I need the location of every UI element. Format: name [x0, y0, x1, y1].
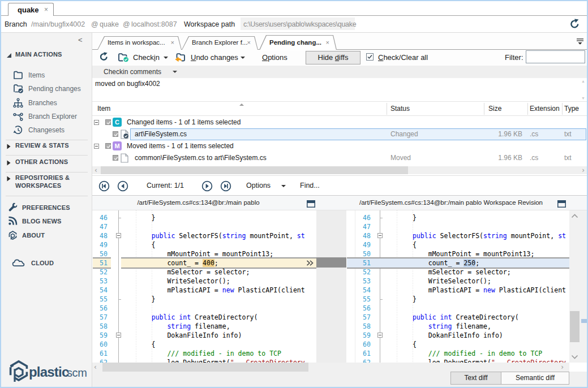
group-checkbox[interactable] [105, 119, 111, 125]
diff-options-dropdown-icon[interactable] [281, 185, 286, 187]
file-row[interactable]: common\FileSystem.cs to art\FileSystem.c… [92, 152, 587, 164]
semantic-diff-button[interactable]: Semantic diff [501, 372, 569, 385]
sidebar-section-other-actions[interactable]: OTHER ACTIONS [15, 158, 68, 165]
section-collapsed-icon[interactable] [6, 144, 12, 149]
maximize-pane-icon[interactable] [307, 200, 315, 208]
column-separator[interactable] [562, 103, 563, 115]
scrollbar-thumb[interactable] [101, 166, 408, 174]
scroll-left-icon[interactable]: ‹ [94, 363, 97, 371]
close-icon[interactable]: × [247, 39, 251, 46]
column-separator[interactable] [484, 103, 484, 115]
sidebar-item-items[interactable]: Items [28, 71, 45, 79]
refresh-icon[interactable] [99, 52, 109, 62]
refresh-icon[interactable] [569, 19, 580, 29]
file-row[interactable]: art\FileSystem.csChanged1.96 KB.cstxt [92, 128, 587, 140]
sidebar-section-repositories-workspaces[interactable]: REPOSITORIES &WORKSPACES [15, 174, 70, 189]
close-icon[interactable]: × [171, 39, 174, 46]
wrench-icon [8, 202, 18, 212]
line-number: 47 [346, 223, 371, 231]
close-icon[interactable]: × [44, 6, 48, 13]
close-icon[interactable]: × [326, 39, 329, 46]
fold-collapse-icon[interactable] [377, 333, 383, 338]
line-number: 58 [92, 322, 108, 330]
collapse-group-icon[interactable] [94, 144, 99, 149]
column-size[interactable]: Size [488, 105, 501, 113]
sidebar-item-blog-news[interactable]: BLOG NEWS [22, 218, 62, 225]
line-number: 50 [346, 250, 371, 258]
scroll-up-icon[interactable]: ▲ [581, 79, 585, 83]
item-checkbox[interactable] [113, 155, 118, 161]
scroll-down-icon[interactable]: ▼ [581, 96, 585, 100]
vertical-scrollbar[interactable] [569, 210, 587, 363]
column-type[interactable]: Type [564, 105, 579, 113]
group-row[interactable]: MMoved items - 1 of 1 items selected [92, 140, 587, 152]
fold-collapse-icon[interactable] [116, 333, 121, 338]
code-line: mSelector = selector; [381, 268, 510, 276]
sidebar-item-branches[interactable]: Branches [28, 99, 57, 107]
group-row[interactable]: CChanged items - 1 of 1 items selected [92, 117, 587, 128]
go-next-icon[interactable] [201, 180, 213, 192]
comment-textarea[interactable]: moved on bugfix4002 ▲ ▼ [92, 78, 587, 102]
options-button[interactable]: Options [262, 53, 287, 62]
column-item[interactable]: Item [97, 105, 110, 113]
scroll-down-icon[interactable] [571, 355, 578, 359]
column-separator[interactable] [387, 103, 387, 115]
sidebar-item-preferences[interactable]: PREFERENCES [22, 204, 70, 211]
document-tab-3[interactable]: Pending chang...× [259, 35, 337, 50]
go-first-icon[interactable] [98, 180, 110, 192]
document-tab-2[interactable]: Branch Explorer f...× [182, 36, 258, 50]
source-code-pane-right[interactable]: 46 }4748 public SelectorFS(string mountP… [346, 210, 569, 363]
fold-collapse-icon[interactable] [116, 233, 121, 238]
sidebar-item-branch-explorer[interactable]: Branch Explorer [28, 113, 77, 120]
check-clear-all-label[interactable]: Check/Clear all [378, 53, 428, 62]
item-name[interactable]: art\FileSystem.cs [135, 130, 187, 138]
scroll-left-icon[interactable]: ‹ [95, 166, 97, 174]
column-status[interactable]: Status [390, 105, 410, 113]
section-expanded-icon[interactable] [6, 53, 12, 58]
sidebar-collapse-icon[interactable]: < [78, 36, 88, 45]
comments-dropdown-icon[interactable] [173, 71, 177, 73]
item-name[interactable]: common\FileSystem.cs to art\FileSystem.c… [135, 154, 267, 162]
section-collapsed-icon[interactable] [6, 160, 12, 166]
go-last-icon[interactable] [220, 180, 231, 192]
scroll-up-icon[interactable] [571, 214, 578, 218]
hide-diffs-button[interactable]: Hide diffs [306, 51, 360, 64]
table-horizontal-scrollbar[interactable]: ‹ › [92, 166, 587, 174]
maximize-pane-icon[interactable] [557, 200, 566, 208]
check-clear-all-checkbox[interactable] [366, 53, 374, 61]
fold-collapse-icon[interactable] [377, 233, 383, 238]
section-collapsed-icon[interactable] [6, 176, 12, 182]
scroll-right-icon[interactable]: › [561, 363, 564, 371]
checkin-button[interactable]: Checkin [133, 53, 160, 62]
document-tab-1[interactable]: Items in workspac...× [97, 36, 182, 50]
sidebar-item-cloud[interactable]: CLOUD [31, 260, 54, 266]
sidebar-item-changesets[interactable]: Changesets [28, 126, 65, 134]
undo-changes-button[interactable]: Undo changes [191, 53, 238, 62]
checkin-dropdown-icon[interactable] [164, 57, 168, 59]
column-extension[interactable]: Extension [530, 105, 560, 113]
item-checkbox[interactable] [113, 131, 118, 137]
sidebar-section-review-stats[interactable]: REVIEW & STATS [15, 142, 69, 149]
column-separator[interactable] [527, 103, 528, 115]
sidebar-item-about[interactable]: ABOUT [22, 232, 45, 239]
checkin-icon[interactable] [118, 52, 130, 63]
sidebar-section-main-actions[interactable]: MAIN ACTIONS [15, 51, 62, 58]
filter-input[interactable] [526, 50, 585, 63]
undo-dropdown-icon[interactable] [241, 57, 245, 59]
tab-list-icon[interactable] [576, 38, 584, 45]
text-diff-button[interactable]: Text diff [450, 372, 501, 385]
find-button[interactable]: Find... [300, 182, 320, 189]
sidebar-item-pending-changes[interactable]: Pending changes [28, 85, 81, 93]
undo-icon[interactable] [174, 52, 186, 63]
scroll-right-icon[interactable]: › [582, 166, 585, 174]
folder-icon [13, 70, 23, 80]
line-number: 51 [92, 259, 108, 267]
workspace-tab-quake[interactable]: quake × [8, 3, 54, 16]
diff-options-button[interactable]: Options [246, 182, 271, 189]
scrollbar-thumb[interactable] [570, 311, 580, 342]
collapse-group-icon[interactable] [94, 120, 99, 125]
group-checkbox[interactable] [105, 143, 111, 149]
go-previous-icon[interactable] [117, 180, 128, 192]
source-code-pane-left[interactable]: 46 }4748 public SelectorFS(string mountP… [92, 210, 316, 363]
checkin-comments-bar[interactable]: Checkin comments [92, 66, 587, 78]
